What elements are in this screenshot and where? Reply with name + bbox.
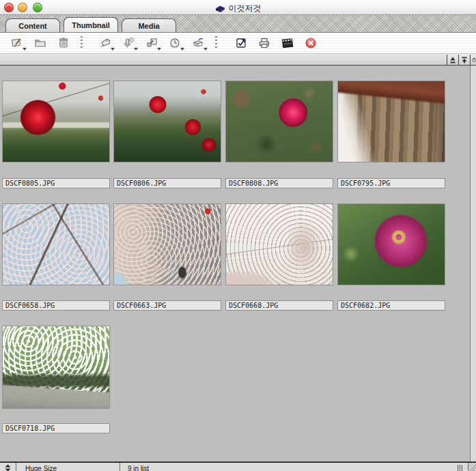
dropdown-arrow-icon [111,48,115,51]
thumbnail-filename[interactable]: DSCF0795.JPG [337,178,445,188]
dropdown-arrow-icon [134,48,138,51]
thumbnail-image[interactable] [225,203,333,285]
dropdown-arrow-icon [180,48,184,51]
sort-to-top-button[interactable] [458,55,470,65]
thumbnail-filename[interactable]: DSCF0658.JPG [2,300,110,311]
book-icon [215,4,225,12]
tab-thumbnail-label: Thumbnail [72,21,110,29]
thumbnail-image[interactable] [113,203,221,285]
toolbar-separator [215,36,217,50]
tab-content[interactable]: Content [5,18,60,32]
thumbnail-filename[interactable]: DSCF0663.JPG [113,300,221,311]
thumbnail-filename[interactable]: DSCF0806.JPG [113,178,221,188]
clock-button[interactable] [167,35,182,51]
toolbar-separator [81,36,83,50]
item-count-label: 9 in list [120,463,149,471]
voice-annotation-button[interactable] [121,35,136,51]
resize-grip-icon[interactable] [468,463,476,471]
thumbnail-filename[interactable]: DSCF0668.JPG [225,300,333,311]
thumbnail-image[interactable] [225,81,333,162]
splitter-grip-icon[interactable] [458,465,464,471]
trash-button[interactable] [56,35,71,51]
title-bar: 이것저것 [0,0,476,15]
thumbnail-filename[interactable]: DSCF0808.JPG [225,178,333,188]
dropdown-arrow-icon [23,48,27,51]
window-title-group: 이것저것 [0,2,476,14]
folder-button[interactable] [33,35,48,51]
resize-button[interactable] [144,35,159,51]
print-button[interactable] [257,35,272,51]
checkbox-button[interactable] [234,35,249,51]
size-toggle-button[interactable] [0,463,16,471]
toolbar [0,33,476,54]
sort-ascending-button[interactable] [447,55,458,65]
list-header-bar [0,54,476,66]
up-down-arrows-icon [4,464,12,471]
thumbnail-filename[interactable]: DSCF0718.JPG [2,423,110,433]
sort-partial-button[interactable] [470,55,476,65]
send-button[interactable] [191,35,206,51]
tab-bar: Content Thumbnail Media [0,15,476,33]
delete-button[interactable] [303,35,318,51]
tag-button[interactable] [98,35,113,51]
tab-thumbnail[interactable]: Thumbnail [64,17,118,32]
rotate-edit-button[interactable] [10,35,25,51]
vertical-scrollbar[interactable] [470,66,476,461]
dropdown-arrow-icon [204,48,208,51]
thumbnail-filename[interactable]: DSCF0805.JPG [2,178,110,188]
tab-content-label: Content [18,22,47,30]
thumbnail-size-label[interactable]: Huge Size [16,463,120,471]
tab-media[interactable]: Media [122,18,176,32]
thumbnail-image[interactable] [337,81,445,162]
thumbnail-image[interactable] [337,203,445,285]
tab-media-label: Media [138,22,159,30]
thumbnail-image[interactable] [2,203,110,285]
thumbnail-filename[interactable]: DSCF0682.JPG [337,300,445,311]
thumbnail-grid: DSCF0805.JPG DSCF0806.JPG DSCF0808.JPG D… [0,66,476,462]
slideshow-button[interactable] [280,35,295,51]
thumbnail-image[interactable] [2,326,110,409]
status-bar: Huge Size 9 in list [0,462,476,471]
window-title: 이것저것 [229,3,262,14]
dropdown-arrow-icon [157,48,161,51]
thumbnail-image[interactable] [113,81,221,162]
application-window: 이것저것 Content Thumbnail Media [0,0,476,471]
thumbnail-image[interactable] [2,81,110,162]
